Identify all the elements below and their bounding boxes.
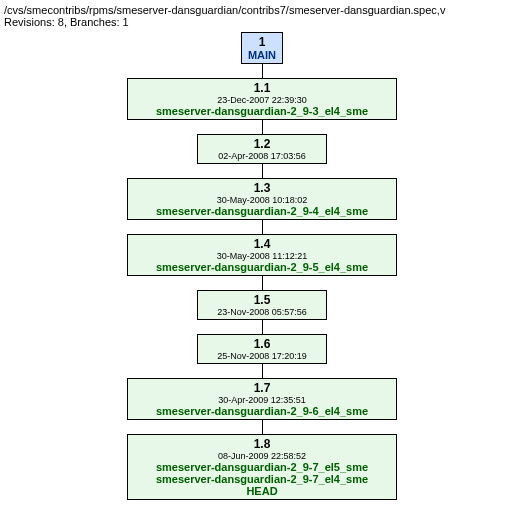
revision-node[interactable]: 1.8 08-Jun-2009 22:58:52 smeserver-dansg…: [127, 434, 397, 500]
revision-date: 23-Nov-2008 05:57:56: [202, 307, 322, 317]
connector-line: [262, 364, 263, 378]
revision-node[interactable]: 1.6 25-Nov-2008 17:20:19: [197, 334, 327, 364]
revision-node[interactable]: 1.7 30-Apr-2009 12:35:51 smeserver-dansg…: [127, 378, 397, 420]
revision-date: 08-Jun-2009 22:58:52: [132, 451, 392, 461]
revision-node[interactable]: 1.4 30-May-2008 11:12:21 smeserver-dansg…: [127, 234, 397, 276]
revision-tag: smeserver-dansguardian-2_9-3_el4_sme: [132, 105, 392, 117]
revision-date: 23-Dec-2007 22:39:30: [132, 95, 392, 105]
connector-line: [262, 64, 263, 78]
revision-tag: smeserver-dansguardian-2_9-7_el4_sme: [132, 473, 392, 485]
revision-tag: smeserver-dansguardian-2_9-7_el5_sme: [132, 461, 392, 473]
connector-line: [262, 420, 263, 434]
revision-number: 1.8: [132, 437, 392, 451]
revision-graph: 1 MAIN 1.1 23-Dec-2007 22:39:30 smeserve…: [4, 32, 520, 522]
revision-tag: smeserver-dansguardian-2_9-5_el4_sme: [132, 261, 392, 273]
revision-number: 1.2: [202, 137, 322, 151]
revision-number: 1.7: [132, 381, 392, 395]
revision-number: 1.1: [132, 81, 392, 95]
revision-summary: Revisions: 8, Branches: 1: [4, 16, 520, 28]
connector-line: [262, 120, 263, 134]
revision-date: 02-Apr-2008 17:03:56: [202, 151, 322, 161]
connector-line: [262, 320, 263, 334]
revision-date: 30-May-2008 10:18:02: [132, 195, 392, 205]
revision-node[interactable]: 1.2 02-Apr-2008 17:03:56: [197, 134, 327, 164]
revision-date: 30-May-2008 11:12:21: [132, 251, 392, 261]
file-path: /cvs/smecontribs/rpms/smeserver-dansguar…: [4, 4, 520, 16]
connector-line: [262, 276, 263, 290]
branch-label: MAIN: [246, 49, 278, 61]
revision-node[interactable]: 1.1 23-Dec-2007 22:39:30 smeserver-dansg…: [127, 78, 397, 120]
branch-number: 1: [246, 35, 278, 49]
connector-line: [262, 220, 263, 234]
connector-line: [262, 164, 263, 178]
revision-date: 30-Apr-2009 12:35:51: [132, 395, 392, 405]
revision-number: 1.6: [202, 337, 322, 351]
revision-tag: smeserver-dansguardian-2_9-6_el4_sme: [132, 405, 392, 417]
revision-number: 1.3: [132, 181, 392, 195]
revision-tag: smeserver-dansguardian-2_9-4_el4_sme: [132, 205, 392, 217]
revision-node[interactable]: 1.3 30-May-2008 10:18:02 smeserver-dansg…: [127, 178, 397, 220]
revision-number: 1.4: [132, 237, 392, 251]
revision-number: 1.5: [202, 293, 322, 307]
revision-node[interactable]: 1.5 23-Nov-2008 05:57:56: [197, 290, 327, 320]
revision-date: 25-Nov-2008 17:20:19: [202, 351, 322, 361]
revision-tag: HEAD: [132, 485, 392, 497]
branch-node-main[interactable]: 1 MAIN: [241, 32, 283, 64]
